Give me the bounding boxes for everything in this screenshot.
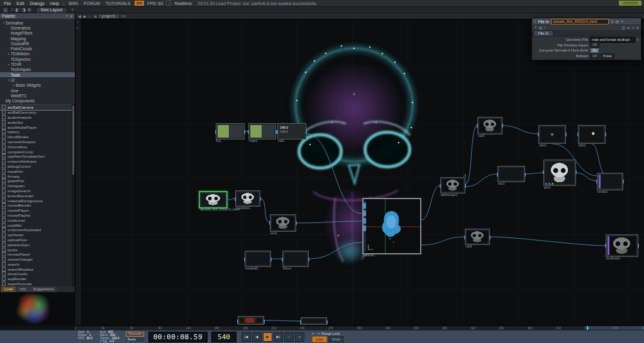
node-null3[interactable]: null3 <box>477 117 502 134</box>
info-icon[interactable]: i <box>545 25 545 30</box>
palette-tab-load[interactable]: Load <box>1 286 16 292</box>
node-metaball1[interactable]: metaball1 <box>245 251 271 267</box>
toggle-off[interactable]: Off <box>590 53 599 59</box>
palette-component-showcooks[interactable]: showCooks <box>0 271 72 276</box>
palette-component-soprender[interactable]: sopRender <box>0 276 72 281</box>
realtime-checkbox[interactable]: ✓ <box>166 1 171 6</box>
palette-tree-item-generators[interactable]: Generators <box>0 25 75 30</box>
link-forum[interactable]: FORUM <box>82 1 101 6</box>
minus-button[interactable]: − <box>284 332 294 342</box>
single-pane-icon[interactable]: □ <box>11 8 13 13</box>
language-icon[interactable]: ● <box>628 25 630 30</box>
input-connector[interactable] <box>364 210 366 216</box>
node-sort1[interactable]: sort1 <box>270 214 296 232</box>
menu-edit[interactable]: Edit <box>15 1 25 6</box>
update-button[interactable]: UPDATE <box>619 1 641 6</box>
parameter-titlebar[interactable]: ≡ File In uploads_files_3052214_hand ◎ ▤… <box>532 18 641 24</box>
breadcrumb-path[interactable]: / project1 / <box>99 14 118 18</box>
list-icon[interactable]: ▤ <box>539 25 542 30</box>
menu-file[interactable]: File <box>3 1 12 6</box>
node-transform1[interactable]: transform1 <box>235 190 260 207</box>
palette-tree-item-basic-widgets[interactable]: ▸Basic Widgets <box>0 83 75 88</box>
palette-tree-item-tdsynchro[interactable]: TDSynchro <box>0 57 75 62</box>
grid-pane-icon[interactable]: ⊞ <box>28 8 31 13</box>
input-connector[interactable] <box>364 218 366 224</box>
palette-tree-item-oculusrift[interactable]: OculusRift <box>0 41 75 46</box>
split-right-icon[interactable]: ◨ <box>21 8 26 13</box>
palette-component-scenechanger[interactable]: sceneChanger <box>0 257 72 262</box>
pulse-button[interactable]: Pulse <box>601 53 614 59</box>
operator-name-field[interactable]: uploads_files_3052214_hand <box>551 19 609 24</box>
palette-component-comparecomp[interactable]: compareComp <box>0 149 72 154</box>
home-icon[interactable]: ⌂ <box>89 14 91 18</box>
palette-scrollbar[interactable] <box>72 104 75 286</box>
palette-component-multimix[interactable]: multiMix <box>0 222 72 227</box>
loop-button[interactable]: Loop <box>312 336 327 342</box>
grid-view-icon[interactable]: ⊞ <box>94 14 97 18</box>
palette-component-kinectrecorder[interactable]: kinectRecorder <box>0 193 72 198</box>
palette-component-cameraviewport[interactable]: cameraViewport <box>0 139 72 144</box>
palette-tab-suggestions[interactable]: Suggestions <box>30 286 57 292</box>
palette-tree-item-my-components[interactable]: My Components <box>0 98 75 103</box>
node-cam1[interactable]: cam1 <box>538 125 566 144</box>
node-attribcreate1[interactable]: ⚠attribcreate1 <box>440 177 465 193</box>
close-icon[interactable]: ✕ <box>70 14 73 18</box>
palette-tab-info[interactable]: Info <box>16 286 29 292</box>
tab-file-in[interactable]: File In <box>533 30 553 36</box>
node-null5[interactable]: null5 <box>465 229 490 245</box>
do-badge[interactable]: DO <box>135 1 144 6</box>
palette-component-cppparstemplategen[interactable]: cppParsTemplateGen <box>0 154 72 159</box>
palette-component-firmata[interactable]: firmata <box>0 173 72 178</box>
palette-component-audioanalysis[interactable]: audioAnalysis <box>0 115 72 120</box>
palette-component-chromakey[interactable]: chromaKey <box>0 144 72 149</box>
list-view-icon[interactable]: ≡ <box>77 26 79 30</box>
node-math1[interactable]: math1 <box>248 123 276 139</box>
palette-component-searchreplace[interactable]: searchReplace <box>0 266 72 271</box>
palette-component-imagesearch[interactable]: imageSearch <box>0 188 72 193</box>
forward-icon[interactable]: ▶ <box>84 14 87 18</box>
timecode-mode-button[interactable]: Timecode <box>126 332 144 337</box>
scrollbar-thumb[interactable] <box>72 106 74 175</box>
flag-dot[interactable] <box>552 183 553 185</box>
field-value[interactable]: 4 4 <box>109 340 114 343</box>
back-icon[interactable]: ◀ <box>78 14 81 18</box>
palette-component-particlesgpu[interactable]: particlesGpu <box>0 242 72 247</box>
palette-component-movieplayer[interactable]: moviePlayer <box>0 208 72 213</box>
palette-component-movieplaylist[interactable]: moviePlaylist <box>0 213 72 218</box>
node-clip1[interactable] <box>238 316 264 325</box>
palette-component-superformula[interactable]: superFormula <box>0 281 72 286</box>
pin-icon[interactable]: ◎ <box>611 19 614 23</box>
drag-grip-icon[interactable]: ≡ <box>534 19 536 23</box>
palette-tree-item-derivative[interactable]: ▾Derivative <box>0 20 75 25</box>
add-node-icon[interactable]: + <box>77 20 79 24</box>
node-force1[interactable]: force1 <box>282 251 309 267</box>
palette-tree-item-ui[interactable]: ▾UI <box>0 77 75 82</box>
palette-component-graphplot[interactable]: graphPlot <box>0 178 72 183</box>
palette-tree-item-techniques[interactable]: Techniques <box>0 67 75 72</box>
palette-component-blendmodes[interactable]: blendModes <box>0 134 72 139</box>
palette-tree-item-pointclouds[interactable]: PointClouds <box>0 46 75 51</box>
expand-icon[interactable]: ▤ <box>616 19 619 23</box>
flag-dot[interactable] <box>548 183 550 185</box>
help-icon[interactable]: ? <box>66 14 68 18</box>
node-render1[interactable]: render1 <box>597 173 623 190</box>
play-button[interactable]: ▶ <box>263 332 272 342</box>
split-left-icon[interactable]: ◧ <box>16 8 20 13</box>
link-tutorials[interactable]: TUTORIALS <box>104 1 131 6</box>
node-particle1[interactable]: particle1 <box>362 198 421 254</box>
palette-component-equalizer[interactable]: equalizer <box>0 168 72 173</box>
palette-component-arcballgeometry[interactable]: arcBallGeometry <box>0 110 72 115</box>
menu-icon[interactable]: ▾ <box>636 25 638 30</box>
menu-help[interactable]: Help <box>49 1 60 6</box>
palette-component-customattributes[interactable]: customAttributes <box>0 159 72 164</box>
flag-dot[interactable] <box>545 183 547 185</box>
expression-icon[interactable]: + <box>632 25 634 30</box>
browse-file-icon[interactable]: + <box>636 38 639 41</box>
range-start-icon[interactable]: ⇤ <box>312 332 315 335</box>
palette-component-arcballcamera[interactable]: arcBallCamera <box>0 105 72 110</box>
palette-component-onscreenkeyboard[interactable]: onScreenKeyboard <box>0 227 72 232</box>
palette-component-debugcontrol[interactable]: debugControl <box>0 164 72 169</box>
once-button[interactable]: Once <box>328 336 344 342</box>
palette-component-opviewer[interactable]: opViewer <box>0 232 72 237</box>
palette-component-remotepanel[interactable]: remotePanel <box>0 252 72 257</box>
